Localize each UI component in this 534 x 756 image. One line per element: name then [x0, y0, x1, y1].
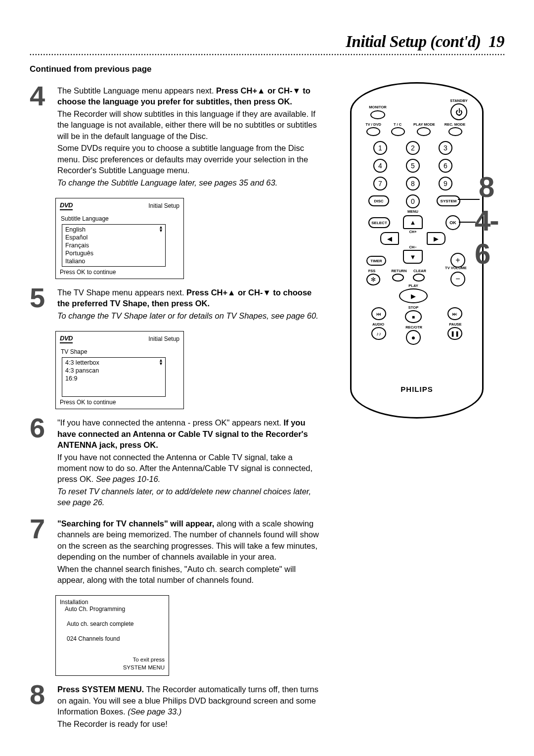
key-0: 0 [406, 194, 420, 208]
prev-button: ⏮ [371, 307, 386, 320]
key-5: 5 [406, 159, 420, 173]
lbl-standby: STANDBY [446, 98, 471, 103]
lbl-play: PLAY [406, 284, 421, 288]
step-4-body: The Subtitle Language menu appears next.… [57, 85, 321, 188]
osd-tv-shape: DVD Initial Setup TV Shape ▲▼ 4:3 letter… [55, 331, 184, 409]
step-4-num: 4 [30, 85, 51, 188]
header-title: Initial Setup (cont'd) [346, 33, 481, 50]
s8-l2: The Recorder is ready for use! [57, 718, 321, 729]
lbl-return: RETURN [389, 269, 409, 273]
osd-subtitle-language: DVD Initial Setup Subtitle Language ▲▼ E… [55, 198, 184, 279]
dvd-logo: DVD [60, 201, 73, 210]
osd1-item-2: Français [62, 241, 165, 249]
osd1-item-3: Português [62, 249, 165, 257]
dvd-logo-2: DVD [60, 334, 73, 343]
key-7: 7 [373, 177, 387, 190]
lbl-recotr: REC/OTR [403, 325, 425, 330]
tc-button [391, 127, 405, 136]
osd1-item-1: Español [62, 234, 165, 241]
key-9: 9 [439, 177, 452, 190]
dotted-rule: ••••••••••••••••••••••••••••••••••••••••… [30, 52, 504, 57]
osd3-footer2: SYSTEM MENU [60, 664, 165, 672]
osd1-item-0: English [62, 226, 165, 234]
pause-button: ❚❚ [447, 327, 462, 340]
page-number: 19 [489, 33, 504, 50]
lbl-menu: MENU [405, 209, 421, 214]
remote-illustration: MONITOR STANDBY ⏻ TV / DVD T / C PLAY MO… [350, 82, 503, 438]
spinner-icon: ▲▼ [159, 226, 163, 233]
clear-button [413, 274, 425, 282]
step-6-num: 6 [30, 417, 51, 508]
osd1-header-right: Initial Setup [148, 202, 179, 209]
step-5-body: The TV Shape menu appears next. Press CH… [57, 287, 321, 321]
lbl-tvvolume: TV VOLUME [442, 266, 470, 270]
play-button: ▶ [399, 288, 428, 303]
key-8: 8 [406, 177, 420, 190]
osd3-found: 024 Channels found [67, 635, 165, 642]
lbl-chplus: CH+ [405, 230, 421, 234]
spinner-icon-2: ▲▼ [159, 359, 163, 366]
step-7-num: 7 [30, 518, 51, 586]
minus-button: − [450, 272, 465, 286]
lbl-chminus: CH− [405, 245, 421, 249]
ok-button: OK [445, 215, 460, 230]
s4-l3: Some DVDs require you to choose a subtit… [57, 142, 321, 176]
nav-right-button: ▶ [427, 232, 445, 245]
step-5-num: 5 [30, 287, 51, 321]
s7-l1a: "Searching for TV channels" will appear, [57, 519, 217, 528]
s6-l2b: See pages 10-16. [96, 474, 160, 483]
s8-l1a: Press SYSTEM MENU. [57, 685, 146, 694]
osd-installation: Installation Auto Ch. Programming Auto c… [55, 595, 169, 676]
rec-button: ● [406, 330, 421, 345]
osd2-menu-label: TV Shape [61, 348, 179, 355]
osd3-subtitle: Auto Ch. Programming [65, 606, 165, 613]
callout-8-line [458, 199, 480, 200]
s6-l3: To reset TV channels later, or to add/de… [57, 486, 321, 508]
lbl-recmode: REC. MODE [442, 122, 468, 127]
osd1-item-4: Italiano [62, 257, 165, 265]
osd3-footer1: To exit press [60, 656, 165, 664]
osd3-title: Installation [60, 599, 165, 606]
step-7-body: "Searching for TV channels" will appear,… [57, 518, 321, 586]
s5-l1a: The TV Shape menu appears next. [57, 288, 186, 297]
page-header: Initial Setup (cont'd) 19 [30, 33, 504, 51]
monitor-button [370, 110, 385, 119]
callout-46-line [459, 222, 476, 223]
lbl-audio: AUDIO [369, 322, 387, 327]
callout-4-6: 4-6 [475, 204, 503, 270]
s4-l4: To change the Subtitle Language later, s… [57, 177, 321, 188]
nav-down-button: ▼ [403, 250, 423, 264]
osd1-footer: Press OK to continue [60, 269, 179, 276]
fss-button: ✻ [366, 274, 380, 285]
step-5: 5 The TV Shape menu appears next. Press … [30, 287, 321, 321]
lbl-clear: CLEAR [411, 269, 429, 273]
remote-body: MONITOR STANDBY ⏻ TV / DVD T / C PLAY MO… [350, 82, 484, 419]
osd1-menu-list: ▲▼ English Español Français Português It… [62, 224, 166, 267]
nav-left-button: ◀ [380, 232, 399, 245]
osd2-item-0: 4:3 letterbox [62, 359, 165, 367]
step-8-num: 8 [30, 684, 51, 729]
s6-l1a: "If you have connected the antenna - pre… [57, 418, 284, 427]
disc-button: DISC [368, 195, 389, 206]
lbl-monitor: MONITOR [365, 105, 390, 109]
lbl-stop: STOP [406, 305, 421, 310]
lbl-fss: FSS [364, 269, 379, 273]
stop-button: ■ [405, 310, 422, 323]
playmode-button [417, 127, 431, 136]
s5-l2: To change the TV Shape later or for deta… [57, 310, 321, 321]
callout-8: 8 [479, 170, 494, 203]
step-4: 4 The Subtitle Language menu appears nex… [30, 85, 321, 188]
lbl-tvdvd: TV / DVD [363, 122, 383, 127]
step-6: 6 "If you have connected the antenna - p… [30, 417, 321, 508]
lbl-pause: PAUSE [446, 322, 464, 327]
step-7: 7 "Searching for TV channels" will appea… [30, 518, 321, 586]
left-column: 4 The Subtitle Language menu appears nex… [30, 85, 321, 739]
osd2-item-2: 16:9 [62, 375, 165, 382]
step-8: 8 Press SYSTEM MENU. The Recorder automa… [30, 684, 321, 729]
select-button: SELECT [368, 217, 390, 228]
osd2-item-1: 4:3 panscan [62, 367, 165, 375]
brand-label: PHILIPS [352, 385, 482, 393]
osd2-menu-list: ▲▼ 4:3 letterbox 4:3 panscan 16:9 [62, 357, 166, 397]
right-column: MONITOR STANDBY ⏻ TV / DVD T / C PLAY MO… [339, 85, 504, 739]
osd2-header-right: Initial Setup [148, 335, 179, 342]
